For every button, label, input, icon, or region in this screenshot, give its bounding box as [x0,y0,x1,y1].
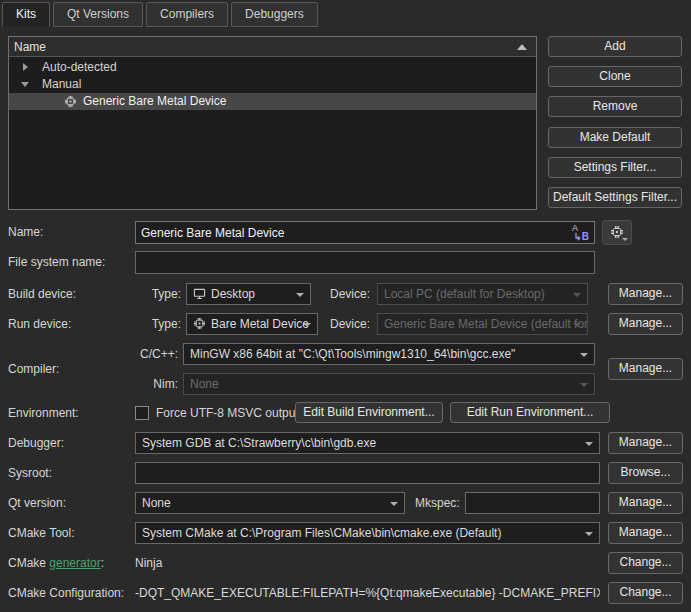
build-device-value: Local PC (default for Desktop) [384,287,545,301]
combo-arrow-icon [580,383,588,387]
nim-compiler-value: None [190,377,219,391]
file-system-name-field-wrap [135,251,595,274]
debugger-label: Debugger: [8,432,64,454]
tree-item-manual[interactable]: Manual [9,76,536,93]
combo-arrow-icon [580,353,588,357]
edit-build-environment-button[interactable]: Edit Build Environment... [295,402,443,423]
kit-tree: Name Auto-detected Manual Generic Bare M [8,36,537,210]
cmake-generator-label-suffix: : [101,556,104,570]
mkspec-input[interactable] [466,493,599,513]
combo-arrow-icon [585,532,593,536]
cmake-tool-label: CMake Tool: [8,522,74,544]
combo-arrow-icon [303,323,311,327]
device-type-icon-button[interactable] [602,220,632,245]
chevron-right-icon[interactable] [23,63,28,71]
c-cpp-compiler-value: MinGW x86 64bit at "C:\Qt\Tools\mingw131… [190,347,515,361]
tab-qt-versions[interactable]: Qt Versions [53,2,143,27]
tab-compilers[interactable]: Compilers [146,2,228,27]
qt-version-label: Qt version: [8,492,66,514]
manage-build-device-button[interactable]: Manage... [608,283,683,305]
browse-sysroot-button[interactable]: Browse... [608,462,683,484]
cmake-configuration-label: CMake Configuration: [8,582,124,604]
cmake-generator-label-prefix: CMake [8,556,49,570]
tree-item-label: Auto-detected [42,59,117,76]
make-default-button[interactable]: Make Default [548,127,682,148]
sysroot-field-wrap [135,462,600,484]
manage-compilers-button[interactable]: Manage... [608,358,683,380]
add-button[interactable]: Add [548,36,682,57]
qt-version-combo[interactable]: None [135,492,405,514]
run-device-device-label: Device: [330,313,370,335]
build-device-type-value: Desktop [211,287,255,301]
chip-icon [610,225,624,239]
manage-cmake-tools-button[interactable]: Manage... [608,522,683,544]
cmake-configuration-value: -DQT_QMAKE_EXECUTABLE:FILEPATH=%{Qt:qmak… [135,582,600,604]
chip-icon [64,95,77,113]
mkspec-field-wrap [465,492,600,514]
kit-tree-header[interactable]: Name [9,37,536,57]
sort-ascending-icon [517,44,527,50]
settings-filter-button[interactable]: Settings Filter... [548,157,682,178]
debugger-value: System GDB at C:\Strawberry\c\bin\gdb.ex… [142,436,376,450]
chip-icon [193,316,206,335]
dropdown-arrow-icon [622,238,628,241]
build-type-label: Type: [148,283,181,305]
cmake-tool-value: System CMake at C:\Program Files\CMake\b… [142,526,501,540]
tab-debuggers[interactable]: Debuggers [231,2,318,27]
change-cmake-generator-button[interactable]: Change... [608,552,683,574]
name-input[interactable] [136,222,594,243]
sysroot-input[interactable] [136,463,599,483]
file-system-name-label: File system name: [8,251,105,273]
cmake-generator-value: Ninja [135,552,595,574]
combo-arrow-icon [573,293,581,297]
name-field-wrap: A↳B [135,221,595,244]
build-device-type-combo[interactable]: Desktop [186,283,311,305]
run-device-type-combo[interactable]: Bare Metal Device [186,313,318,335]
file-system-name-input[interactable] [136,252,594,273]
clone-button[interactable]: Clone [548,66,682,87]
environment-label: Environment: [8,402,79,424]
chevron-down-icon[interactable] [21,82,29,87]
cmake-tool-combo[interactable]: System CMake at C:\Program Files\CMake\b… [135,522,600,544]
tree-item-generic-bare-metal-device[interactable]: Generic Bare Metal Device [9,93,536,110]
cmake-generator-link[interactable]: generator [49,556,100,570]
tree-item-label: Manual [42,76,81,93]
kit-tree-header-label: Name [14,40,46,54]
manage-debuggers-button[interactable]: Manage... [608,432,683,454]
combo-arrow-icon [585,442,593,446]
nim-label: Nim: [135,373,178,395]
nim-compiler-combo: None [183,373,595,395]
run-device-value: Generic Bare Metal Device (default for [384,317,588,331]
desktop-icon [193,286,206,305]
tree-item-label: Generic Bare Metal Device [83,93,226,110]
change-cmake-configuration-button[interactable]: Change... [608,582,683,604]
build-device-label: Build device: [8,283,76,305]
tab-bar: Kits Qt Versions Compilers Debuggers [2,2,318,27]
cmake-generator-label: CMake generator: [8,552,104,574]
compiler-label: Compiler: [8,358,59,380]
tree-item-auto-detected[interactable]: Auto-detected [9,59,536,76]
force-utf8-checkbox[interactable] [135,406,149,420]
debugger-combo[interactable]: System GDB at C:\Strawberry\c\bin\gdb.ex… [135,432,600,454]
remove-button[interactable]: Remove [548,96,682,117]
sysroot-label: Sysroot: [8,462,52,484]
manage-qt-versions-button[interactable]: Manage... [608,492,683,514]
tab-kits[interactable]: Kits [2,2,50,27]
mkspec-label: Mkspec: [415,492,460,514]
manage-run-device-button[interactable]: Manage... [608,313,683,335]
combo-arrow-icon [390,502,398,506]
run-device-label: Run device: [8,313,71,335]
edit-run-environment-button[interactable]: Edit Run Environment... [450,402,610,423]
build-device-combo: Local PC (default for Desktop) [377,283,588,305]
run-type-label: Type: [148,313,181,335]
variables-icon[interactable]: A↳B [571,223,589,242]
run-device-type-value: Bare Metal Device [211,317,309,331]
build-device-device-label: Device: [330,283,370,305]
force-utf8-checkbox-label[interactable]: Force UTF-8 MSVC output [156,402,299,424]
c-cpp-label: C/C++: [135,343,178,365]
c-cpp-compiler-combo[interactable]: MinGW x86 64bit at "C:\Qt\Tools\mingw131… [183,343,595,365]
name-label: Name: [8,221,43,243]
combo-arrow-icon [573,323,581,327]
run-device-combo: Generic Bare Metal Device (default for [377,313,588,335]
default-settings-filter-button[interactable]: Default Settings Filter... [548,187,682,208]
